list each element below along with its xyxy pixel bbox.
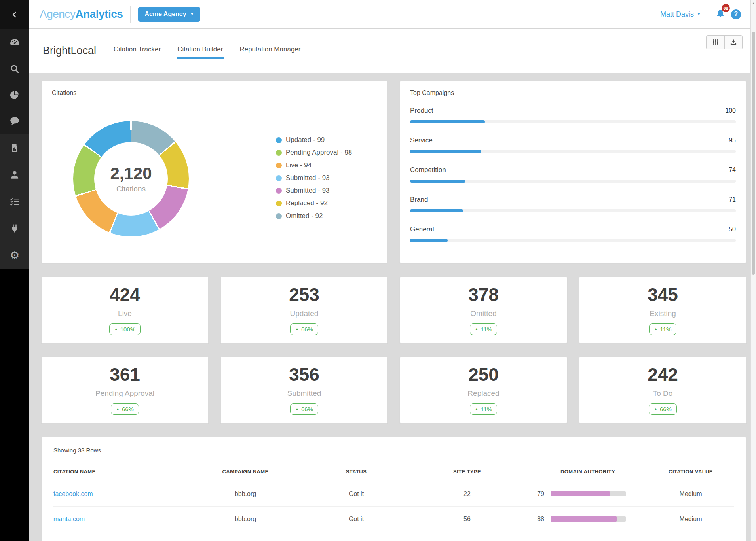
- stat-change-badge: ▲ 11%: [649, 323, 677, 335]
- legend-label: Replaced - 92: [286, 199, 328, 207]
- cell-citation-value: Medium: [647, 490, 734, 497]
- sidebar-item-search[interactable]: [0, 56, 29, 82]
- campaign-value: 71: [729, 196, 736, 203]
- citation-link[interactable]: manta.com: [53, 516, 85, 522]
- campaign-label: Product: [410, 107, 433, 115]
- legend-item: Submitted - 93: [276, 174, 352, 182]
- domain-authority-bar: [551, 491, 626, 496]
- cell-status: Got it: [307, 490, 406, 497]
- campaign-value: 95: [729, 137, 736, 144]
- sidebar-collapse-button[interactable]: [0, 0, 29, 29]
- main-content: BrightLocal Citation TrackerCitation Bui…: [29, 29, 750, 541]
- domain-authority-bar-fill: [551, 516, 617, 522]
- domain-authority-bar: [551, 516, 626, 522]
- account-switcher-button[interactable]: Acme Agency ▼: [138, 7, 200, 22]
- stat-change-value: 11%: [660, 326, 672, 333]
- legend-dot: [276, 213, 282, 219]
- cell-campaign-name: bbb.org: [184, 516, 307, 523]
- stat-change-badge: ▲ 66%: [290, 403, 318, 415]
- stat-label: To Do: [653, 389, 673, 398]
- campaign-row: Brand 71: [410, 196, 736, 212]
- top-campaigns-panel: Top Campaigns Product 100 Service 95 Com…: [399, 81, 747, 263]
- stat-change-value: 11%: [481, 406, 492, 412]
- legend-dot: [276, 150, 282, 156]
- arrow-up-icon: ▲: [295, 407, 299, 411]
- sidebar-item-report-builder[interactable]: [0, 134, 29, 161]
- stat-change-badge: ▲ 100%: [109, 323, 141, 335]
- stat-change-value: 66%: [301, 406, 313, 412]
- chat-bubble-icon: [9, 116, 20, 126]
- cell-citation-value: Medium: [647, 516, 734, 523]
- legend-dot: [276, 137, 282, 143]
- campaign-bar-fill: [410, 180, 465, 183]
- sidebar-item-integrations[interactable]: [0, 215, 29, 242]
- campaign-bar-fill: [410, 209, 463, 212]
- arrow-up-icon: ▲: [654, 327, 658, 331]
- legend-label: Live - 94: [286, 161, 312, 169]
- cell-site-type: 56: [406, 516, 528, 523]
- scrollbar-up-arrow-icon[interactable]: ▲: [751, 0, 756, 5]
- app-logo[interactable]: AgencyAnalytics: [40, 8, 123, 21]
- stat-change-badge: ▲ 11%: [470, 323, 498, 335]
- campaign-bar-fill: [410, 150, 481, 153]
- cell-site-type: 22: [406, 490, 528, 497]
- customize-widgets-button[interactable]: [707, 36, 724, 49]
- sidebar-item-messages[interactable]: [0, 108, 29, 134]
- stat-label: Pending Approval: [95, 389, 154, 398]
- campaign-label: Service: [410, 136, 433, 144]
- campaign-row: Competition 74: [410, 166, 736, 183]
- checklist-icon: [9, 197, 20, 207]
- donut-total-value: 2,120: [110, 164, 152, 183]
- sidebar-item-settings[interactable]: ⚙: [0, 242, 29, 269]
- legend-dot: [276, 201, 282, 206]
- arrow-up-icon: ▲: [295, 327, 299, 331]
- table-row: manta.com bbb.org Got it 56 88 Medium: [53, 507, 734, 532]
- notifications-button[interactable]: 68: [715, 8, 726, 21]
- download-report-button[interactable]: [724, 36, 742, 49]
- stat-change-value: 66%: [301, 326, 313, 333]
- domain-authority-value: 79: [528, 490, 544, 497]
- legend-label: Submitted - 93: [286, 174, 330, 182]
- stat-card: 361 Pending Approval ▲ 66%: [41, 356, 209, 424]
- campaign-bar-track: [410, 239, 736, 242]
- campaign-bar-track: [410, 180, 736, 183]
- scrollbar-thumb[interactable]: [752, 32, 755, 275]
- header-divider: [708, 9, 708, 19]
- download-icon: [729, 38, 737, 46]
- sidebar-item-tasks[interactable]: [0, 188, 29, 215]
- arrow-up-icon: ▲: [114, 327, 118, 331]
- tab-citation-builder[interactable]: Citation Builder: [177, 43, 224, 59]
- citation-link[interactable]: facebook.com: [53, 490, 93, 497]
- stat-value: 424: [110, 286, 140, 304]
- citations-donut-chart: 2,120 Citations: [73, 121, 189, 236]
- row-count-label: Showing 33 Rows: [53, 447, 734, 454]
- arrow-up-icon: ▲: [475, 327, 479, 331]
- tab-reputation-manager[interactable]: Reputation Manager: [239, 43, 301, 59]
- stat-change-badge: ▲ 11%: [470, 403, 498, 415]
- stat-label: Live: [118, 309, 132, 318]
- stat-label: Submitted: [287, 389, 321, 398]
- tab-citation-tracker[interactable]: Citation Tracker: [113, 43, 161, 59]
- page-scrollbar[interactable]: ▲: [750, 0, 756, 541]
- report-document-icon: [10, 143, 19, 153]
- stat-change-badge: ▲ 66%: [111, 403, 139, 415]
- legend-item: Omitted - 92: [276, 212, 352, 220]
- user-menu[interactable]: Matt Davis ▼: [660, 10, 701, 19]
- sidebar: ⚙: [0, 0, 29, 541]
- header-divider: [130, 6, 131, 23]
- dashboard-gauge-icon: [9, 38, 20, 48]
- pie-chart-icon: [9, 90, 20, 100]
- panel-title: Citations: [52, 89, 377, 96]
- legend-dot: [276, 163, 282, 168]
- page-title: BrightLocal: [43, 45, 96, 57]
- campaign-label: Competition: [410, 166, 446, 174]
- stat-change-badge: ▲ 66%: [649, 403, 677, 415]
- help-button[interactable]: ?: [731, 9, 741, 19]
- donut-total-label: Citations: [116, 185, 146, 193]
- stat-value: 361: [110, 365, 140, 384]
- sidebar-item-dashboard[interactable]: [0, 30, 29, 56]
- campaign-label: Brand: [410, 196, 428, 204]
- sidebar-item-clients[interactable]: [0, 161, 29, 188]
- stat-card: 242 To Do ▲ 66%: [579, 356, 747, 424]
- sidebar-item-reports[interactable]: [0, 82, 29, 108]
